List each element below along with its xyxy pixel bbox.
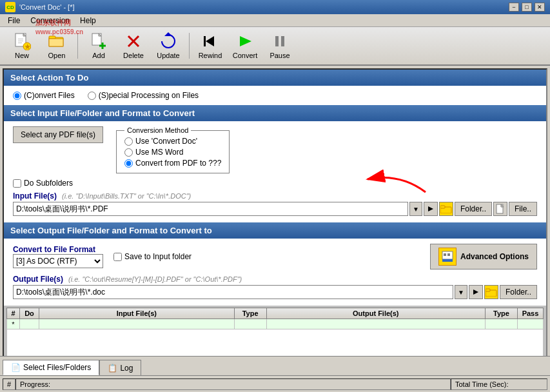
maximize-button[interactable]: □ bbox=[522, 3, 532, 12]
tab-select-files[interactable]: 📄 Select Files/Folders bbox=[3, 360, 99, 375]
select-pdf-button[interactable]: Select any PDF file(s) bbox=[13, 126, 103, 143]
table-cell-do bbox=[20, 319, 39, 329]
add-icon bbox=[90, 32, 108, 50]
save-to-input-checkbox[interactable] bbox=[113, 253, 122, 261]
conv-method-label-2: Use MS Word bbox=[135, 148, 183, 157]
input-nav-play[interactable] bbox=[424, 202, 438, 216]
do-subfolders-option[interactable]: Do Subfolders bbox=[13, 179, 537, 188]
conv-method-radio-2[interactable] bbox=[124, 148, 133, 157]
input-section-body: Select any PDF file(s) Conversion Method… bbox=[4, 121, 546, 222]
action-section: Select Action To Do (C)onvert Files (S)p… bbox=[4, 70, 546, 105]
svg-rect-33 bbox=[486, 289, 490, 291]
convert-button[interactable]: Convert bbox=[228, 29, 262, 63]
window-title: 'Convert Doc' - [*] bbox=[19, 3, 509, 11]
convert-files-radio[interactable] bbox=[13, 92, 21, 100]
output-folder-icon[interactable] bbox=[484, 285, 498, 299]
output-file-input[interactable] bbox=[13, 285, 453, 299]
update-button[interactable]: Update bbox=[152, 29, 185, 63]
svg-rect-20 bbox=[275, 36, 279, 46]
conv-method-label-3: Convert from PDF to ??? bbox=[135, 159, 221, 168]
advanced-options-button[interactable]: Advanced Options bbox=[430, 244, 537, 270]
do-subfolders-checkbox[interactable] bbox=[13, 179, 21, 188]
do-subfolders-label: Do Subfolders bbox=[24, 179, 73, 188]
menu-file[interactable]: File bbox=[3, 15, 25, 26]
convert-files-option[interactable]: (C)onvert Files bbox=[13, 91, 75, 100]
col-header-output: Output File(s) bbox=[266, 308, 485, 319]
window-controls: − □ ✕ bbox=[509, 3, 545, 12]
pause-button[interactable]: Pause bbox=[263, 29, 297, 63]
tab-log[interactable]: 📋 Log bbox=[99, 360, 141, 375]
menu-help[interactable]: Help bbox=[75, 15, 101, 26]
new-button[interactable]: ★ New bbox=[5, 29, 39, 63]
svg-rect-17 bbox=[204, 36, 206, 46]
input-folder-button[interactable]: Folder.. bbox=[455, 202, 492, 216]
input-hint: (i.e. "D:\Input\Bills.TXT" or "C:\In\*.D… bbox=[62, 192, 191, 200]
special-processing-radio[interactable] bbox=[88, 92, 96, 100]
col-header-do: Do bbox=[20, 308, 39, 319]
conversion-method-option-3[interactable]: Convert from PDF to ??? bbox=[124, 159, 221, 168]
svg-rect-24 bbox=[440, 206, 445, 208]
format-select-row: [3] As DOC (RTF) bbox=[13, 254, 103, 268]
time-label: Total Time (Sec): bbox=[455, 380, 509, 388]
conv-method-radio-1[interactable] bbox=[124, 137, 133, 146]
table-row: * bbox=[7, 319, 544, 329]
conversion-method-option-2[interactable]: Use MS Word bbox=[124, 148, 221, 157]
conv-method-radio-3[interactable] bbox=[124, 159, 133, 168]
output-combo-arrow[interactable]: ▼ bbox=[455, 285, 467, 299]
advanced-options-label: Advanced Options bbox=[460, 252, 529, 261]
minimize-button[interactable]: − bbox=[509, 3, 519, 12]
output-section-body: Convert to File Format [3] As DOC (RTF) … bbox=[4, 239, 546, 306]
table-cell-input bbox=[39, 319, 235, 329]
pause-label: Pause bbox=[270, 52, 290, 59]
status-time: Total Time (Sec): bbox=[451, 378, 547, 390]
input-combo-arrow[interactable]: ▼ bbox=[409, 202, 422, 216]
svg-rect-28 bbox=[442, 259, 453, 262]
input-file-icon[interactable] bbox=[493, 202, 507, 216]
select-files-tab-icon: 📄 bbox=[11, 363, 21, 372]
save-to-input-label: Save to Input folder bbox=[124, 252, 192, 261]
new-icon: ★ bbox=[13, 32, 31, 50]
open-button[interactable]: Open bbox=[40, 29, 74, 63]
rewind-button[interactable]: Rewind bbox=[193, 29, 227, 63]
output-nav-play[interactable] bbox=[469, 285, 483, 299]
toolbar: ★ New Open Add bbox=[0, 27, 550, 66]
col-header-type1: Type bbox=[234, 308, 266, 319]
input-section: Select Input File/Folder and Format to C… bbox=[4, 105, 546, 222]
status-hash: # bbox=[3, 378, 15, 390]
input-file-button[interactable]: File.. bbox=[509, 202, 537, 216]
log-tab-label: Log bbox=[120, 364, 133, 373]
open-label: Open bbox=[48, 52, 66, 59]
advanced-icon bbox=[438, 248, 457, 266]
output-section: Select Output File/Folder and Format to … bbox=[4, 222, 546, 306]
log-tab-icon: 📋 bbox=[108, 364, 117, 373]
menubar: File Conversion Help bbox=[0, 14, 550, 27]
input-file-input[interactable] bbox=[13, 202, 408, 216]
output-folder-button[interactable]: Folder.. bbox=[500, 285, 537, 299]
save-to-input-option[interactable]: Save to Input folder bbox=[113, 252, 192, 261]
status-progress: Progress: bbox=[15, 378, 451, 390]
app-icon: CD bbox=[5, 2, 15, 12]
output-top-row: Convert to File Format [3] As DOC (RTF) … bbox=[13, 244, 537, 270]
menu-conversion[interactable]: Conversion bbox=[25, 15, 75, 26]
table-cell-type1 bbox=[234, 319, 266, 329]
folder-icon-btn[interactable] bbox=[439, 202, 453, 216]
conversion-method-title: Conversion Method bbox=[124, 126, 191, 134]
svg-rect-21 bbox=[281, 36, 284, 46]
conversion-method-option-1[interactable]: Use 'Convert Doc' bbox=[124, 137, 221, 146]
toolbar-separator-1 bbox=[77, 33, 78, 59]
format-select[interactable]: [3] As DOC (RTF) bbox=[13, 254, 103, 268]
special-processing-option[interactable]: (S)pecial Processing on Files bbox=[88, 91, 199, 100]
col-header-num: # bbox=[7, 308, 20, 319]
pause-icon bbox=[271, 32, 289, 50]
delete-button[interactable]: Delete bbox=[117, 29, 150, 63]
select-pdf-btn-area: Select any PDF file(s) bbox=[13, 126, 103, 143]
close-button[interactable]: ✕ bbox=[535, 3, 545, 12]
svg-rect-29 bbox=[444, 253, 446, 256]
conversion-method-box: Conversion Method Use 'Convert Doc' Use … bbox=[116, 126, 230, 173]
output-hint: (i.e. "C:\out\Resume[Y]-[M]-[D].PDF" or … bbox=[68, 275, 242, 283]
svg-rect-30 bbox=[447, 253, 450, 256]
add-button[interactable]: Add bbox=[82, 29, 115, 63]
update-label: Update bbox=[157, 52, 179, 59]
col-header-type2: Type bbox=[486, 308, 518, 319]
conversion-method-options: Use 'Convert Doc' Use MS Word Convert fr… bbox=[124, 137, 221, 168]
